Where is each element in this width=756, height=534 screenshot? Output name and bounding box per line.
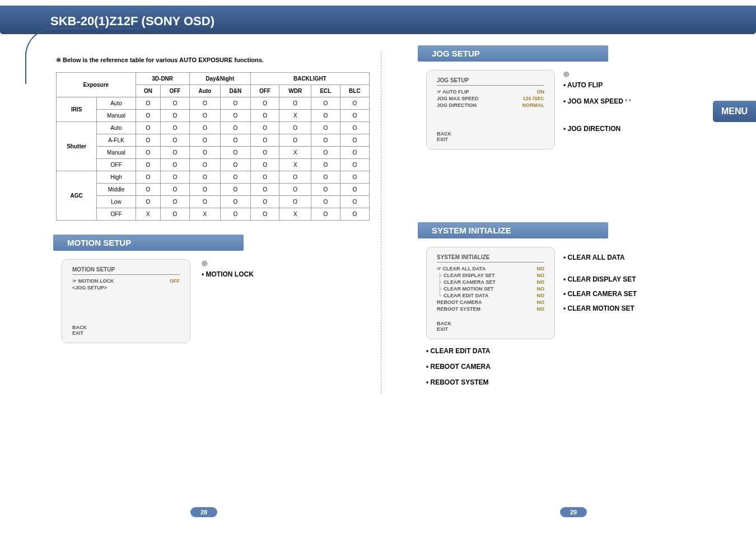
header-title: SKB-20(1)Z12F (SONY OSD): [50, 14, 214, 28]
motion-opt-symbol: ◎: [202, 259, 370, 267]
sys-menu-box: SYSTEM INITIALIZE ☞ CLEAR ALL DATANOCLEA…: [426, 247, 555, 339]
cell: O: [311, 147, 340, 159]
sys-section-title: SYSTEM INITIALIZE: [418, 222, 608, 238]
content-area: ※ Below is the reference table for vario…: [0, 34, 756, 411]
cell: O: [221, 110, 251, 122]
cell: X: [136, 208, 161, 221]
vertical-divider: [381, 51, 381, 394]
th-ecl: ECL: [311, 85, 340, 97]
cell: O: [189, 134, 220, 147]
row-group-shutter: Shutter: [57, 122, 97, 171]
th-on: ON: [136, 85, 161, 97]
motion-exit: EXIT: [72, 330, 180, 336]
cell: O: [340, 134, 369, 147]
motion-options: ◎ • MOTION LOCK: [202, 259, 370, 278]
cell: O: [250, 171, 279, 184]
cell: O: [340, 147, 369, 159]
menu-tab: MENU: [713, 101, 756, 122]
cell: O: [250, 208, 279, 221]
page-number-left: 28: [190, 507, 217, 517]
cell: O: [340, 208, 369, 221]
jog-opt1: • AUTO FLIP: [563, 81, 631, 89]
cell: X: [279, 159, 311, 171]
cell: O: [189, 171, 220, 184]
decorative-curve: [25, 28, 137, 84]
motion-section-title: MOTION SETUP: [53, 235, 244, 251]
cell: O: [279, 184, 311, 196]
cell: O: [161, 122, 189, 134]
sys-opt4: • CLEAR MOTION SET: [563, 305, 637, 312]
cell: O: [279, 196, 311, 208]
row-mode: A-FLK: [97, 134, 136, 147]
menu-item: ☞ MOTION LOCKOFF: [72, 278, 180, 284]
cell: O: [136, 159, 161, 171]
motion-menu-box: MOTION SETUP ☞ MOTION LOCKOFF<JOG SETUP>…: [62, 259, 190, 343]
cell: O: [311, 110, 340, 122]
cell: O: [221, 159, 251, 171]
cell: O: [250, 184, 279, 196]
menu-item: <JOG SETUP>: [72, 284, 180, 291]
cell: X: [189, 208, 220, 221]
cell: O: [136, 134, 161, 147]
menu-item: CLEAR CAMERA SETNO: [437, 279, 544, 285]
cell: O: [279, 122, 311, 134]
page-container: SKB-20(1)Z12F (SONY OSD) MENU ※ Below is…: [0, 0, 756, 534]
th-daynight: Day&Night: [189, 73, 250, 85]
cell: O: [189, 196, 220, 208]
jog-opt2: • JOG MAX SPEED ° °: [563, 97, 631, 105]
jog-section-title: JOG SETUP: [418, 45, 608, 62]
menu-item: ☞ CLEAR ALL DATANO: [437, 265, 544, 272]
cell: O: [161, 97, 189, 110]
cell: O: [311, 134, 340, 147]
row-mode: Manual: [97, 147, 136, 159]
cell: O: [136, 110, 161, 122]
cell: X: [279, 147, 311, 159]
menu-item: REBOOT CAMERANO: [437, 299, 544, 306]
cell: O: [221, 184, 251, 196]
reference-table: Exposure 3D-DNR Day&Night BACKLIGHT ON O…: [56, 72, 370, 221]
jog-opt-symbol: ◎: [563, 70, 631, 78]
cell: O: [279, 97, 311, 110]
cell: O: [161, 196, 189, 208]
sys-opt1: • CLEAR ALL DATA: [563, 254, 637, 261]
cell: O: [250, 134, 279, 147]
cell: O: [221, 196, 251, 208]
cell: O: [189, 184, 220, 196]
cell: O: [340, 97, 369, 110]
cell: O: [189, 110, 220, 122]
cell: O: [279, 171, 311, 184]
sys-back: BACK: [437, 321, 544, 326]
cell: O: [189, 159, 220, 171]
jog-box-title: JOG SETUP: [437, 77, 544, 86]
jog-menu-box: JOG SETUP ☞ AUTO FLIPONJOG MAX SPEED120 …: [426, 70, 555, 149]
jog-back: BACK: [437, 131, 544, 137]
row-mode: Auto: [97, 122, 136, 134]
cell: O: [136, 196, 161, 208]
cell: O: [221, 122, 251, 134]
cell: O: [311, 171, 340, 184]
menu-item: JOG MAX SPEED120 /SEC: [437, 95, 544, 102]
cell: O: [221, 134, 251, 147]
row-mode: OFF: [97, 208, 136, 221]
cell: O: [189, 147, 220, 159]
menu-item: JOG DIRECTIONNORMAL: [437, 102, 544, 109]
row-group-iris: IRIS: [57, 97, 97, 122]
cell: O: [340, 171, 369, 184]
cell: O: [340, 196, 369, 208]
cell: O: [311, 196, 340, 208]
sys-extra1: • CLEAR EDIT DATA: [426, 347, 728, 355]
row-mode: Auto: [97, 97, 136, 110]
motion-back: BACK: [72, 325, 180, 330]
th-blc: BLC: [340, 85, 369, 97]
th-auto: Auto: [189, 85, 220, 97]
cell: O: [221, 97, 251, 110]
cell: O: [161, 159, 189, 171]
menu-item: CLEAR DISPLAY SETNO: [437, 272, 544, 279]
cell: O: [221, 171, 251, 184]
th-off2: OFF: [250, 85, 279, 97]
row-mode: Manual: [97, 110, 136, 122]
row-mode: Middle: [97, 184, 136, 196]
cell: O: [250, 196, 279, 208]
cell: O: [136, 147, 161, 159]
cell: O: [221, 208, 251, 221]
